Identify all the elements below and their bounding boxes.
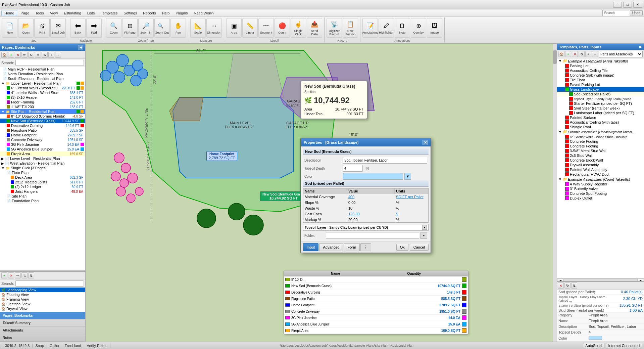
status-ortho[interactable]: Ortho — [47, 344, 62, 348]
tl-row-flagstone[interactable]: Flagstone Patio 585.5 SQ FT — [284, 296, 468, 302]
dialog-description-input[interactable] — [343, 157, 427, 164]
tl-row-firepit[interactable]: Firepit Area 169.0 SQ FT — [284, 328, 468, 334]
rp-collapse2-button[interactable]: − — [592, 51, 598, 57]
view-add-button[interactable]: + — [1, 272, 7, 278]
tl-row-concrete[interactable]: Concrete Driveway 1951.0 SQ FT — [284, 308, 468, 315]
dialog-tab-form[interactable]: Form — [344, 243, 360, 251]
rp-list-item-sod[interactable]: Sod (priced per Pallet) 0.46 Pallet(s) — [557, 290, 644, 295]
tree-add-button[interactable]: + — [8, 52, 14, 58]
dialog-cost-unit[interactable]: $ — [395, 211, 428, 217]
rt-item-ext-walls-linear[interactable]: 6" Exterior Walls - Wood Studs - Insulat… — [557, 134, 644, 139]
rt-item-concrete-footing1[interactable]: Concrete Footing — [557, 139, 644, 144]
dialog-folder-browse-button[interactable]: ▼ — [420, 232, 427, 239]
rp-bottom-sort-button[interactable]: ⇅ — [571, 282, 577, 289]
rp-collapse-button[interactable]: ▶ — [639, 45, 642, 49]
tree-item-joist-hangers[interactable]: Joist Hangers -48.0 EA — [0, 189, 85, 194]
dialog-folder-input[interactable] — [326, 232, 419, 239]
pan-button[interactable]: ✋ Pan — [170, 18, 186, 38]
rt-folder-count[interactable]: ▼ 📁 Example Assemblies (Count Takeoffs) — [557, 177, 644, 182]
tree-item-concrete-driveway[interactable]: Concrete Driveway 1951.0 SF — [0, 137, 85, 142]
email-button[interactable]: ✉ Email Job — [50, 18, 66, 38]
tree-item-treated-joists[interactable]: 2x12 Treated Joists 511.8 FT — [0, 180, 85, 184]
tab-notes[interactable]: Notes — [0, 334, 85, 342]
view-delete-button[interactable]: ✕ — [8, 272, 14, 278]
tree-item-header[interactable]: (3) 2x10 Header 141.0 FT — [0, 95, 85, 100]
rt-item-painted-surface[interactable]: Painted Surface — [557, 115, 644, 120]
tl-row-home-footprint[interactable]: Home Footprint 2789.7 SQ FT — [284, 302, 468, 308]
rt-item-butterfly-valve[interactable]: 3" Butterfly Valve — [557, 186, 644, 191]
canvas-area[interactable]: PROPERTY LINE S 0°20'0" E 1,45.7" 54'-2"… — [86, 44, 557, 342]
tl-row-dogwood[interactable]: 8'-10' D... — [284, 276, 468, 283]
dialog-color-input[interactable] — [343, 173, 403, 180]
open-button[interactable]: 📂 Open — [18, 18, 34, 38]
dialog-material-value[interactable]: 400 — [347, 194, 395, 200]
rt-item-tile-floor[interactable]: Tile Floor — [557, 78, 644, 82]
back-button[interactable]: ⬅ Back — [70, 18, 86, 38]
tree-up-button[interactable]: ⬆ — [35, 52, 41, 58]
menu-page[interactable]: Page — [18, 10, 32, 16]
rt-item-concrete-footing2[interactable]: Concrete Footing — [557, 144, 644, 148]
tl-row-pink-jasmine[interactable]: 3G Pink Jasmine 14.0 EA — [284, 315, 468, 321]
annotations-button[interactable]: 📝 Annotations — [362, 18, 378, 38]
rt-item-2x6-stud[interactable]: 2x6 Stud Wall — [557, 153, 644, 158]
count-button[interactable]: 🔴 Count — [275, 18, 290, 38]
digitizer-record-button[interactable]: 📡 Digitizer Record — [327, 18, 342, 38]
rt-item-supply-register[interactable]: 4 Way Supply Register — [557, 182, 644, 186]
tree-home-button[interactable]: 🏠 — [1, 52, 7, 58]
tree-item-lower-level[interactable]: ▶ 📄 Lower Level - Residential Plan — [0, 156, 85, 161]
dialog-tab-extra-button[interactable]: ⋮ — [360, 243, 371, 251]
maximize-button[interactable]: □ — [623, 2, 632, 8]
tree-item-ext-walls[interactable]: 6" Exterior Walls - Wood Stu... 220.0 FT — [0, 86, 85, 90]
scale-button[interactable]: 📐 Scale — [190, 18, 206, 38]
zoom-button[interactable]: 🔍 Zoom — [106, 18, 121, 38]
tl-row-blue-juniper[interactable]: 5G Angelica Blue Juniper 15.0 EA — [284, 321, 468, 328]
rp-delete-button[interactable]: ✕ — [572, 51, 578, 57]
tree-item-ledger[interactable]: (2) 2x12 Ledger 60.9 FT — [0, 184, 85, 189]
views-search-input[interactable] — [15, 280, 84, 287]
tree-item-north-elev[interactable]: 📄 North Elevation - Residential Plan — [0, 72, 85, 76]
tree-collapse-button[interactable]: − — [55, 52, 61, 58]
rt-item-duplex-outlet[interactable]: Duplex Outlet — [557, 196, 644, 201]
view-item-electrical[interactable]: 🏠 Electrical View — [0, 302, 85, 306]
tree-item-upper-level[interactable]: ▼ 📁 Upper Level - Residential Plan — [0, 81, 85, 86]
fwd-button[interactable]: ➡ Fwd — [86, 18, 102, 38]
fit-page-button[interactable]: ⊞ Fit Page — [122, 18, 138, 38]
view-move-button[interactable]: ⇅ — [28, 272, 34, 278]
rt-item-concrete-slab[interactable]: Concrete Slab (with image) — [557, 73, 644, 78]
tree-item-west-elev[interactable]: ▶ 📄 West Elevation - Residential Plan — [0, 161, 85, 166]
search-input[interactable] — [602, 10, 629, 16]
dialog-material-unit[interactable]: SQ FT per Pallet — [395, 194, 428, 200]
menu-estimating[interactable]: Estimating — [61, 10, 84, 16]
rt-item-topsoil[interactable]: Topsoil Layer - Sandy Clay Loam (priced — [557, 96, 644, 101]
view-item-flooring[interactable]: 🏠 Flooring View — [0, 292, 85, 297]
tab-takeoff-summary[interactable]: Takeoff Summary — [0, 319, 85, 327]
tree-delete-button[interactable]: ✕ — [15, 52, 21, 58]
tree-item-firepit[interactable]: Firepit Area 169.0 SF — [0, 151, 85, 156]
rt-item-spot-footing[interactable]: Concrete Spot Footing — [557, 191, 644, 196]
view-item-landscaping[interactable]: 🌿 Landscaping View — [0, 288, 85, 292]
rt-item-sod-pallet[interactable]: Sod (priced per Pallet) — [557, 92, 644, 96]
tree-item-int-walls[interactable]: 4" Interior Walls - Wood Stud 338.4 FT — [0, 90, 85, 95]
canvas-vscrollbar-thumb[interactable] — [553, 50, 557, 64]
segment-button[interactable]: 〰 Segment — [258, 18, 274, 38]
dialog-topsoil-input[interactable] — [343, 165, 363, 172]
rp-bottom-refresh-button[interactable]: ↻ — [564, 282, 571, 289]
dialog-color-picker-button[interactable]: ▼ — [404, 173, 411, 180]
tree-item-floor-framing[interactable]: Floor Framing 262.6 FT — [0, 100, 85, 104]
rp-list-item-topsoil[interactable]: Topsoil Layer - Sandy Clay Loam (priced … — [557, 295, 644, 303]
rp-scroll-left[interactable]: ◀ — [557, 279, 564, 281]
rp-home-button[interactable]: 🏠 — [558, 51, 564, 57]
rt-item-drywall-assembly[interactable]: Drywall Assembly — [557, 163, 644, 167]
tree-expand-button[interactable]: + — [48, 52, 54, 58]
internet-connected-button[interactable]: Internet Connected — [606, 343, 642, 348]
menu-tools[interactable]: Tools — [33, 10, 47, 16]
rp-refresh-button[interactable]: ↻ — [579, 51, 585, 57]
rt-item-skid-steer[interactable]: Skid Steer (rental per week) — [557, 106, 644, 111]
panel-collapse-button[interactable]: ◀ — [78, 45, 83, 50]
dialog-cost-value[interactable]: 128.90 — [347, 211, 395, 217]
tree-item-floor-plan[interactable]: 📄 Floor Plan — [0, 170, 85, 175]
dialog-section3-expand-button[interactable]: ▼ — [422, 225, 427, 230]
tree-item-flagstone[interactable]: Flagstone Patio 585.5 SF — [0, 128, 85, 133]
rt-item-accoustical-tabs[interactable]: Accoustical Ceiling (with tabs) — [557, 120, 644, 125]
rt-item-paved-parking[interactable]: Paved Parking Lot — [557, 82, 644, 87]
